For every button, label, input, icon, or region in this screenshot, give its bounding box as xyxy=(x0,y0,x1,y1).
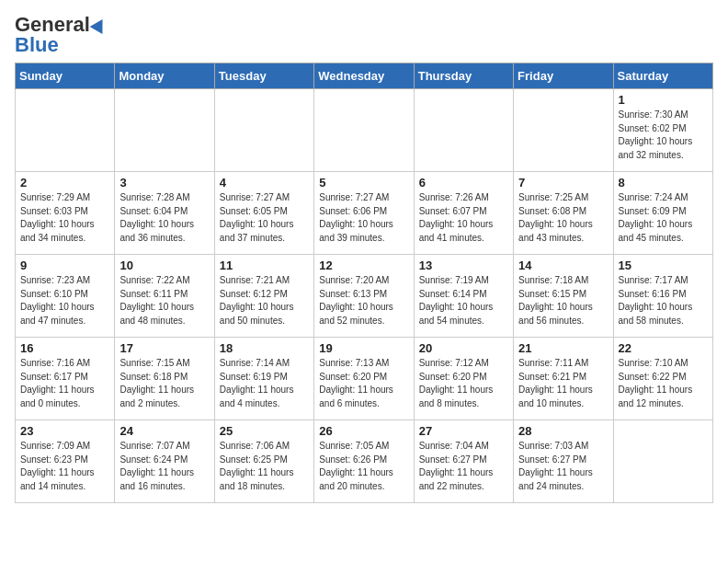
day-number: 19 xyxy=(319,341,408,355)
day-info: Sunrise: 7:12 AM Sunset: 6:20 PM Dayligh… xyxy=(419,357,508,410)
calendar-cell xyxy=(314,89,414,172)
column-header-tuesday: Tuesday xyxy=(214,63,313,89)
calendar-cell: 6Sunrise: 7:26 AM Sunset: 6:07 PM Daylig… xyxy=(414,172,513,255)
day-info: Sunrise: 7:10 AM Sunset: 6:22 PM Dayligh… xyxy=(619,357,708,410)
calendar-cell: 26Sunrise: 7:05 AM Sunset: 6:26 PM Dayli… xyxy=(314,420,414,503)
day-info: Sunrise: 7:27 AM Sunset: 6:05 PM Dayligh… xyxy=(220,191,309,245)
day-number: 28 xyxy=(518,424,608,438)
day-number: 22 xyxy=(619,341,708,355)
day-number: 24 xyxy=(119,424,209,438)
day-info: Sunrise: 7:16 AM Sunset: 6:17 PM Dayligh… xyxy=(20,357,109,410)
day-number: 13 xyxy=(419,259,508,272)
day-info: Sunrise: 7:29 AM Sunset: 6:03 PM Dayligh… xyxy=(20,191,109,245)
calendar-cell: 23Sunrise: 7:09 AM Sunset: 6:23 PM Dayli… xyxy=(16,420,115,503)
calendar-cell: 28Sunrise: 7:03 AM Sunset: 6:27 PM Dayli… xyxy=(514,420,613,503)
calendar-cell: 14Sunrise: 7:18 AM Sunset: 6:15 PM Dayli… xyxy=(514,255,613,338)
calendar-cell: 22Sunrise: 7:10 AM Sunset: 6:22 PM Dayli… xyxy=(613,338,712,420)
calendar-cell: 10Sunrise: 7:22 AM Sunset: 6:11 PM Dayli… xyxy=(115,255,214,338)
calendar-cell xyxy=(115,89,214,172)
column-header-friday: Friday xyxy=(514,63,613,89)
day-info: Sunrise: 7:03 AM Sunset: 6:27 PM Dayligh… xyxy=(518,440,608,493)
day-info: Sunrise: 7:05 AM Sunset: 6:26 PM Dayligh… xyxy=(319,440,408,493)
day-number: 27 xyxy=(419,424,508,438)
day-number: 15 xyxy=(619,259,708,272)
logo: General Blue xyxy=(15,15,107,55)
logo-triangle-icon xyxy=(90,16,109,34)
column-header-monday: Monday xyxy=(115,63,214,89)
day-number: 4 xyxy=(220,176,309,190)
day-info: Sunrise: 7:28 AM Sunset: 6:04 PM Dayligh… xyxy=(119,191,209,245)
column-header-thursday: Thursday xyxy=(414,63,513,89)
day-number: 8 xyxy=(619,176,708,190)
day-number: 18 xyxy=(220,341,309,355)
day-number: 10 xyxy=(119,259,209,272)
calendar-cell: 1Sunrise: 7:30 AM Sunset: 6:02 PM Daylig… xyxy=(613,89,712,172)
calendar-cell: 9Sunrise: 7:23 AM Sunset: 6:10 PM Daylig… xyxy=(16,255,115,338)
day-info: Sunrise: 7:09 AM Sunset: 6:23 PM Dayligh… xyxy=(20,440,109,493)
calendar-cell: 2Sunrise: 7:29 AM Sunset: 6:03 PM Daylig… xyxy=(16,172,115,255)
calendar-cell: 7Sunrise: 7:25 AM Sunset: 6:08 PM Daylig… xyxy=(514,172,613,255)
day-info: Sunrise: 7:27 AM Sunset: 6:06 PM Dayligh… xyxy=(319,191,408,245)
calendar-week-row: 23Sunrise: 7:09 AM Sunset: 6:23 PM Dayli… xyxy=(16,420,713,503)
day-info: Sunrise: 7:11 AM Sunset: 6:21 PM Dayligh… xyxy=(518,357,608,410)
calendar-cell: 3Sunrise: 7:28 AM Sunset: 6:04 PM Daylig… xyxy=(115,172,214,255)
column-header-sunday: Sunday xyxy=(16,63,115,89)
calendar-week-row: 9Sunrise: 7:23 AM Sunset: 6:10 PM Daylig… xyxy=(16,255,713,338)
calendar-cell xyxy=(214,89,313,172)
day-info: Sunrise: 7:25 AM Sunset: 6:08 PM Dayligh… xyxy=(518,191,608,245)
day-info: Sunrise: 7:30 AM Sunset: 6:02 PM Dayligh… xyxy=(619,109,708,162)
calendar-cell: 8Sunrise: 7:24 AM Sunset: 6:09 PM Daylig… xyxy=(613,172,712,255)
calendar-header-row: SundayMondayTuesdayWednesdayThursdayFrid… xyxy=(16,63,713,89)
day-info: Sunrise: 7:17 AM Sunset: 6:16 PM Dayligh… xyxy=(619,274,708,327)
day-info: Sunrise: 7:21 AM Sunset: 6:12 PM Dayligh… xyxy=(220,274,309,327)
day-number: 21 xyxy=(518,341,608,355)
day-info: Sunrise: 7:04 AM Sunset: 6:27 PM Dayligh… xyxy=(419,440,508,493)
calendar-cell: 20Sunrise: 7:12 AM Sunset: 6:20 PM Dayli… xyxy=(414,338,513,420)
day-info: Sunrise: 7:18 AM Sunset: 6:15 PM Dayligh… xyxy=(518,274,608,327)
day-info: Sunrise: 7:15 AM Sunset: 6:18 PM Dayligh… xyxy=(119,357,209,410)
calendar-week-row: 16Sunrise: 7:16 AM Sunset: 6:17 PM Dayli… xyxy=(16,338,713,420)
day-info: Sunrise: 7:07 AM Sunset: 6:24 PM Dayligh… xyxy=(119,440,209,493)
day-number: 23 xyxy=(20,424,109,438)
day-number: 5 xyxy=(319,176,408,190)
calendar-week-row: 1Sunrise: 7:30 AM Sunset: 6:02 PM Daylig… xyxy=(16,89,713,172)
calendar-cell: 5Sunrise: 7:27 AM Sunset: 6:06 PM Daylig… xyxy=(314,172,414,255)
day-number: 26 xyxy=(319,424,408,438)
day-number: 1 xyxy=(619,93,708,107)
calendar-cell: 19Sunrise: 7:13 AM Sunset: 6:20 PM Dayli… xyxy=(314,338,414,420)
day-number: 17 xyxy=(119,341,209,355)
day-info: Sunrise: 7:19 AM Sunset: 6:14 PM Dayligh… xyxy=(419,274,508,327)
day-number: 7 xyxy=(518,176,608,190)
calendar-cell: 12Sunrise: 7:20 AM Sunset: 6:13 PM Dayli… xyxy=(314,255,414,338)
calendar-cell: 27Sunrise: 7:04 AM Sunset: 6:27 PM Dayli… xyxy=(414,420,513,503)
calendar-cell: 21Sunrise: 7:11 AM Sunset: 6:21 PM Dayli… xyxy=(514,338,613,420)
day-info: Sunrise: 7:20 AM Sunset: 6:13 PM Dayligh… xyxy=(319,274,408,327)
calendar-cell: 15Sunrise: 7:17 AM Sunset: 6:16 PM Dayli… xyxy=(613,255,712,338)
page-header: General Blue xyxy=(15,15,713,55)
calendar-table: SundayMondayTuesdayWednesdayThursdayFrid… xyxy=(15,63,713,503)
day-info: Sunrise: 7:24 AM Sunset: 6:09 PM Dayligh… xyxy=(619,191,708,245)
day-info: Sunrise: 7:06 AM Sunset: 6:25 PM Dayligh… xyxy=(220,440,309,493)
day-number: 14 xyxy=(518,259,608,272)
calendar-cell: 24Sunrise: 7:07 AM Sunset: 6:24 PM Dayli… xyxy=(115,420,214,503)
calendar-cell: 11Sunrise: 7:21 AM Sunset: 6:12 PM Dayli… xyxy=(214,255,313,338)
day-number: 25 xyxy=(220,424,309,438)
logo-blue: Blue xyxy=(15,35,59,55)
logo-general: General xyxy=(15,15,90,35)
day-info: Sunrise: 7:13 AM Sunset: 6:20 PM Dayligh… xyxy=(319,357,408,410)
day-number: 20 xyxy=(419,341,508,355)
calendar-week-row: 2Sunrise: 7:29 AM Sunset: 6:03 PM Daylig… xyxy=(16,172,713,255)
day-number: 12 xyxy=(319,259,408,272)
day-info: Sunrise: 7:14 AM Sunset: 6:19 PM Dayligh… xyxy=(220,357,309,410)
day-info: Sunrise: 7:22 AM Sunset: 6:11 PM Dayligh… xyxy=(119,274,209,327)
day-info: Sunrise: 7:23 AM Sunset: 6:10 PM Dayligh… xyxy=(20,274,109,327)
calendar-cell xyxy=(16,89,115,172)
calendar-cell: 18Sunrise: 7:14 AM Sunset: 6:19 PM Dayli… xyxy=(214,338,313,420)
calendar-cell xyxy=(613,420,712,503)
day-number: 6 xyxy=(419,176,508,190)
calendar-cell: 25Sunrise: 7:06 AM Sunset: 6:25 PM Dayli… xyxy=(214,420,313,503)
day-number: 9 xyxy=(20,259,109,272)
calendar-cell: 16Sunrise: 7:16 AM Sunset: 6:17 PM Dayli… xyxy=(16,338,115,420)
column-header-saturday: Saturday xyxy=(613,63,712,89)
calendar-cell: 17Sunrise: 7:15 AM Sunset: 6:18 PM Dayli… xyxy=(115,338,214,420)
